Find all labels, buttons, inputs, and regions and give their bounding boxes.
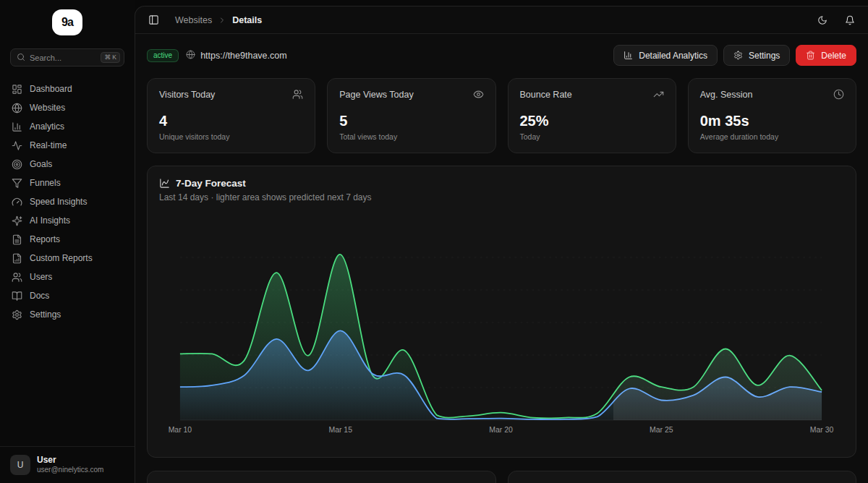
sidebar-item-analytics[interactable]: Analytics: [6, 117, 129, 136]
sparkles-icon: [12, 215, 22, 226]
file-chart-icon: [12, 253, 22, 264]
stat-card-avg-session: Avg. Session0m 35sAverage duration today: [688, 78, 856, 153]
chart-column-icon: [624, 51, 633, 60]
sparkles-icon-wrap: [12, 215, 22, 226]
stat-title: Bounce Rate: [520, 90, 572, 100]
globe-icon-wrap: [186, 49, 195, 62]
svg-text:Mar 10: Mar 10: [169, 426, 192, 434]
stat-title-row: Bounce Rate: [520, 89, 664, 100]
app-logo[interactable]: 9a: [52, 9, 82, 35]
globe-icon: [12, 103, 22, 114]
sidebar-item-label: Analytics: [30, 121, 64, 132]
sidebar-user[interactable]: U User user@ninelytics.com: [0, 446, 135, 483]
stat-subtext: Today: [520, 132, 664, 141]
forecast-title: 7-Day Forecast: [176, 178, 246, 189]
file-text-icon: [12, 234, 22, 245]
forecast-chart: Mar 10Mar 15Mar 20Mar 25Mar 30: [159, 214, 844, 440]
site-actions: Detailed AnalyticsSettingsDelete: [613, 45, 856, 66]
site-header: active https://the9thave.com Detailed An…: [147, 45, 856, 66]
stat-value: 4: [159, 113, 303, 129]
sidebar-item-label: Reports: [30, 234, 60, 244]
sidebar-toggle-button[interactable]: [148, 14, 159, 25]
eye-icon-wrap: [473, 89, 484, 100]
chart-spline-icon: [159, 178, 170, 189]
detailed-analytics-button[interactable]: Detailed Analytics: [613, 45, 718, 66]
sidebar-item-label: Settings: [30, 309, 61, 320]
main-panel: Websites Details active https://the9thav…: [135, 6, 868, 483]
breadcrumb-websites[interactable]: Websites: [175, 15, 212, 25]
sidebar-item-ai-insights[interactable]: AI Insights: [6, 211, 129, 230]
funnel-icon: [12, 178, 22, 189]
trending-up-icon-wrap: [653, 89, 664, 100]
svg-text:Mar 25: Mar 25: [650, 426, 673, 434]
sidebar-item-label: Real-time: [30, 140, 67, 150]
clock-icon: [833, 89, 844, 100]
settings-button[interactable]: Settings: [723, 45, 790, 66]
layout-dashboard-icon-wrap: [12, 84, 22, 95]
forecast-chart-svg: Mar 10Mar 15Mar 20Mar 25Mar 30: [159, 214, 844, 440]
sidebar-item-label: Websites: [30, 103, 65, 113]
stat-subtext: Average duration today: [700, 132, 844, 141]
bell-icon: [845, 15, 855, 25]
sidebar-item-speed-insights[interactable]: Speed Insights: [6, 192, 129, 211]
topbar: Websites Details: [135, 7, 868, 34]
sidebar-item-label: Speed Insights: [30, 197, 87, 207]
eye-icon: [473, 89, 484, 100]
gauge-icon-wrap: [12, 197, 22, 208]
forecast-subtitle: Last 14 days · lighter area shows predic…: [159, 192, 844, 202]
site-url[interactable]: https://the9thave.com: [200, 51, 287, 61]
bottom-card-top-countries: Top Countries: [508, 471, 857, 483]
site-url-wrap: https://the9thave.com: [186, 49, 287, 62]
svg-text:Mar 15: Mar 15: [328, 426, 352, 434]
sidebar-item-settings[interactable]: Settings: [6, 305, 129, 324]
file-text-icon-wrap: [12, 234, 22, 245]
gear-icon: [733, 51, 743, 60]
delete-button[interactable]: Delete: [796, 45, 856, 66]
stat-value: 5: [339, 113, 483, 129]
notifications-button[interactable]: [845, 15, 855, 25]
sidebar-search[interactable]: ⌘ K: [10, 48, 124, 67]
search-icon-wrap: [17, 51, 25, 64]
stat-title: Avg. Session: [700, 90, 753, 100]
content: active https://the9thave.com Detailed An…: [135, 34, 868, 483]
sidebar-item-dashboard[interactable]: Dashboard: [6, 80, 129, 98]
stat-title: Page Views Today: [339, 90, 413, 100]
funnel-icon-wrap: [12, 178, 22, 189]
sidebar-item-goals[interactable]: Goals: [6, 155, 129, 174]
sidebar-item-custom-reports[interactable]: Custom Reports: [6, 249, 129, 268]
chevron-right-icon: [218, 16, 226, 25]
theme-toggle-button[interactable]: [817, 15, 827, 25]
search-shortcut-badge: ⌘ K: [101, 52, 120, 63]
button-label: Delete: [821, 51, 846, 61]
book-open-icon: [12, 291, 22, 302]
search-input[interactable]: [30, 54, 96, 62]
sidebar-item-docs[interactable]: Docs: [6, 286, 129, 305]
sidebar-item-reports[interactable]: Reports: [6, 230, 129, 249]
sidebar-item-funnels[interactable]: Funnels: [6, 174, 129, 192]
sidebar-item-label: Dashboard: [30, 84, 72, 94]
sidebar-item-websites[interactable]: Websites: [6, 98, 129, 117]
user-name: User: [37, 455, 103, 466]
book-open-icon-wrap: [12, 291, 22, 302]
activity-icon: [12, 140, 22, 151]
gear-icon: [12, 309, 22, 320]
sidebar: 9a ⌘ K DashboardWebsitesAnalyticsReal-ti…: [0, 0, 135, 483]
breadcrumb-details: Details: [232, 15, 262, 25]
topbar-actions: [817, 15, 855, 25]
clock-icon-wrap: [833, 89, 844, 100]
file-chart-icon-wrap: [12, 253, 22, 264]
breadcrumb: Websites Details: [175, 15, 262, 25]
gear-icon-wrap: [12, 309, 22, 320]
stat-card-bounce-rate: Bounce Rate25%Today: [508, 78, 676, 153]
sidebar-item-label: Funnels: [30, 178, 61, 188]
stat-subtext: Unique visitors today: [159, 132, 303, 141]
layout-dashboard-icon: [12, 84, 22, 95]
sidebar-item-label: AI Insights: [30, 215, 70, 226]
status-badge: active: [147, 49, 179, 62]
sidebar-item-users[interactable]: Users: [6, 268, 129, 286]
logo-text: 9a: [61, 16, 73, 29]
users-icon-wrap: [12, 272, 22, 283]
users-icon: [292, 89, 303, 100]
sidebar-item-real-time[interactable]: Real-time: [6, 136, 129, 155]
avatar: U: [10, 455, 30, 475]
